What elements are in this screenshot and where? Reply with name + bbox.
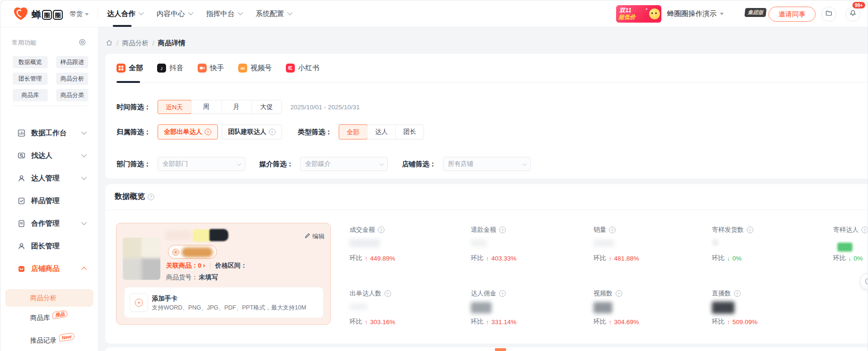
- invite-colleague-button[interactable]: 邀请同事: [768, 7, 816, 22]
- data-overview-card: 数据概览 ? 编辑: [105, 184, 868, 343]
- redacted-title-tag: [209, 229, 228, 241]
- header-divider: [98, 9, 98, 19]
- chevron-down-icon: [238, 9, 243, 15]
- time-filter-group: 近N天 周 月 大促: [158, 100, 282, 114]
- help-icon[interactable]: ?: [205, 129, 211, 135]
- help-icon[interactable]: ?: [734, 290, 741, 297]
- settings-icon[interactable]: [79, 39, 86, 48]
- pencil-icon: [304, 233, 310, 240]
- account-dropdown[interactable]: 蝉圈圈操作演示: [667, 9, 724, 18]
- nav-item-content-center[interactable]: 内容中心: [157, 0, 192, 27]
- help-icon[interactable]: ?: [861, 227, 868, 233]
- type-option-all[interactable]: 全部: [339, 124, 367, 139]
- tab-kuaishou[interactable]: 快手: [198, 54, 224, 82]
- help-icon[interactable]: ?: [269, 129, 275, 135]
- related-products-link[interactable]: 关联商品：0›: [166, 261, 205, 270]
- help-icon[interactable]: ?: [378, 227, 384, 233]
- edit-product-button[interactable]: 编辑: [304, 232, 325, 241]
- time-option-bigsale[interactable]: 大促: [251, 100, 282, 114]
- chevron-down-icon: [379, 161, 384, 166]
- time-option-month[interactable]: 月: [221, 100, 251, 114]
- date-range-value[interactable]: 2025/10/01 - 2025/10/31: [291, 104, 360, 111]
- upload-icon-box: +: [130, 294, 148, 312]
- upload-handcard-area[interactable]: + 添加手卡 支持WORD、PNG、JPG、PDF、PPT格式，最大支持10M: [125, 287, 323, 318]
- common-functions-title: 常用功能: [12, 39, 36, 47]
- nav-item-command-center[interactable]: 指挥中台: [206, 0, 242, 27]
- app-window: 蝉 圈 圈 带货 达人合作 内容中心 指挥中台 系统配置 双11: [0, 0, 868, 351]
- quick-link-data-overview[interactable]: 数据概览: [13, 56, 48, 68]
- redacted-title-highlight: [193, 229, 210, 242]
- owner-type-filter-row: 归属筛选： 全部出单达人 ? 团队建联达人 ? 类型筛选： 全部 达人 团长: [117, 124, 424, 139]
- owner-option-all-order-influencers[interactable]: 全部出单达人 ?: [158, 124, 218, 139]
- time-option-week[interactable]: 周: [191, 100, 221, 114]
- help-icon[interactable]: ?: [148, 194, 154, 200]
- sidebar-subitem-promotion-records[interactable]: 推品记录 New: [0, 329, 98, 351]
- sku-row: 商品货号：未填写: [166, 273, 218, 282]
- help-icon[interactable]: ?: [499, 227, 506, 233]
- logo[interactable]: 蝉 圈 圈: [13, 7, 63, 23]
- quick-link-product-analysis[interactable]: 商品分析: [56, 73, 88, 85]
- type-option-influencer[interactable]: 达人: [367, 125, 395, 139]
- tab-channels[interactable]: ∞ 视频号: [238, 54, 272, 82]
- help-icon[interactable]: ?: [609, 227, 616, 233]
- breadcrumb-product-analysis[interactable]: 商品分析: [122, 39, 149, 48]
- help-icon[interactable]: ?: [499, 290, 506, 297]
- sidebar-item-sample-mgmt[interactable]: 样品管理: [0, 189, 98, 212]
- redacted-value: [593, 239, 614, 247]
- department-select[interactable]: 全部部门: [158, 157, 245, 171]
- breadcrumb-product-detail: 商品详情: [158, 39, 185, 48]
- sidebar-item-cooperation-mgmt[interactable]: 合作管理: [0, 212, 98, 235]
- folder-icon: [825, 9, 833, 19]
- tab-all-platforms[interactable]: 全部: [117, 54, 143, 82]
- quick-link-product-library[interactable]: 商品库: [13, 89, 48, 101]
- files-button[interactable]: [821, 7, 836, 22]
- tab-xiaohongshu[interactable]: 红 小红书: [286, 54, 319, 82]
- tab-douyin[interactable]: ♪ 抖音: [157, 54, 184, 82]
- kuaishou-icon: [198, 64, 207, 73]
- redacted-value: [712, 302, 734, 314]
- mode-switch-dropdown[interactable]: 带货: [70, 10, 89, 18]
- shop-select[interactable]: 所有店铺: [443, 157, 531, 171]
- notification-count-badge: 99+: [852, 2, 865, 8]
- user-icon: [17, 174, 25, 182]
- quick-link-sample-follow[interactable]: 样品跟进: [56, 56, 88, 68]
- sidebar-subitem-product-analysis[interactable]: 商品分析: [5, 289, 93, 307]
- shop-bag-icon: [17, 265, 25, 273]
- redacted-value: [712, 239, 719, 246]
- quick-link-product-category[interactable]: 商品分类: [56, 89, 88, 101]
- sidebar-item-leader-mgmt[interactable]: 团长管理: [0, 235, 98, 257]
- metric-sample-shipments: 寄样发货数? 环比↓0%: [712, 226, 825, 234]
- metric-influencer-commission: 达人佣金? 环比↑331.14%: [471, 289, 584, 298]
- help-icon[interactable]: ?: [384, 290, 391, 297]
- sidebar-item-shop-products[interactable]: 店铺商品: [0, 257, 98, 280]
- quick-link-leader-mgmt[interactable]: 团长管理: [13, 73, 48, 85]
- nav-item-system-config[interactable]: 系统配置: [256, 0, 291, 27]
- metric-refund: 退款金额? 环比↑403.33%: [471, 226, 584, 234]
- double11-promo-banner[interactable]: 双11 超低价 ✦: [616, 5, 661, 23]
- breadcrumb: / 商品分析 / 商品详情: [106, 39, 185, 48]
- nav-item-influencer-cooperation[interactable]: 达人合作: [107, 0, 142, 27]
- time-option-recent-n-days[interactable]: 近N天: [158, 100, 192, 114]
- product-image: [123, 237, 160, 280]
- down-arrow-icon: ↓: [848, 255, 851, 262]
- chevron-down-icon: [81, 220, 86, 225]
- up-arrow-icon: ↑: [365, 318, 368, 326]
- metric-video-count: 视频数? 环比↑304.69%: [593, 289, 707, 298]
- sidebar-item-influencer-mgmt[interactable]: 达人管理: [0, 167, 98, 189]
- product-summary-card: 编辑 ♥ 关联商品：0› 价格区间： 商品货号：未填写 +: [116, 223, 331, 325]
- chevron-down-icon: [81, 174, 86, 180]
- sidebar-subitem-product-library[interactable]: 商品库 推品: [0, 307, 98, 329]
- owner-option-team-connected-influencers[interactable]: 团队建联达人 ?: [222, 124, 282, 139]
- media-select[interactable]: 全部媒介: [300, 157, 388, 171]
- up-arrow-icon: ↑: [365, 255, 368, 262]
- notifications-button[interactable]: [845, 7, 860, 22]
- chevron-up-icon: [81, 267, 86, 272]
- sidebar-item-data-workbench[interactable]: 数据工作台: [0, 122, 98, 144]
- home-icon[interactable]: [106, 39, 113, 48]
- help-icon[interactable]: ?: [616, 290, 622, 297]
- dropdown-filter-row: 部门筛选： 全部部门 媒介筛选： 全部媒介 店铺筛选： 所有店铺: [117, 157, 545, 171]
- help-icon[interactable]: ?: [747, 227, 753, 233]
- sidebar-item-find-influencers[interactable]: 找达人: [0, 144, 98, 167]
- type-option-leader[interactable]: 团长: [395, 125, 424, 139]
- user-icon: [17, 242, 25, 250]
